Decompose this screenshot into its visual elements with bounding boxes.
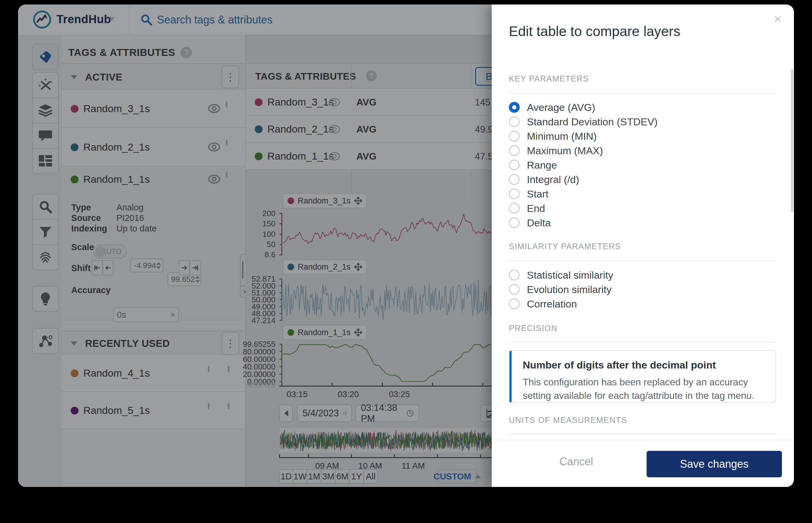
radio-option-delta[interactable]: Delta <box>509 216 551 229</box>
radio-selected <box>509 102 520 113</box>
key-parameters-label: KEY PARAMETERS <box>509 74 589 84</box>
screenshot-frame: TrendHub Search tags & attributes + ÷ * <box>0 0 812 523</box>
modal-scrollbar[interactable] <box>791 69 793 212</box>
edit-table-modal: × Edit table to compare layers KEY PARAM… <box>492 4 794 487</box>
radio-option-min[interactable]: Minimum (MIN) <box>509 129 597 143</box>
radio <box>509 174 520 185</box>
radio <box>509 203 520 214</box>
radio <box>509 160 520 170</box>
radio-option-max[interactable]: Maximum (MAX) <box>509 144 603 157</box>
divider <box>509 434 776 434</box>
radio <box>509 116 520 127</box>
radio <box>509 270 520 281</box>
radio <box>509 217 520 228</box>
radio-option-integral[interactable]: Integral (/d) <box>509 173 579 186</box>
radio-option-average[interactable]: Average (AVG) <box>509 101 595 114</box>
radio <box>509 145 520 156</box>
app-window: TrendHub Search tags & attributes + ÷ * <box>18 4 794 487</box>
radio-option-start[interactable]: Start <box>509 187 549 200</box>
precision-info-card: Number of digits after the decimal point… <box>509 350 776 403</box>
cancel-button[interactable]: Cancel <box>559 455 593 468</box>
similarity-parameters-label: SIMILARITY PARAMETERS <box>509 242 621 251</box>
radio-option-correlation[interactable]: Correlation <box>509 297 577 310</box>
accent-bar <box>510 351 512 402</box>
radio-option-statistical[interactable]: Statistical similarity <box>509 268 613 282</box>
radio-option-range[interactable]: Range <box>509 158 557 172</box>
divider <box>509 342 776 342</box>
card-body: This configuration has been replaced by … <box>523 375 760 403</box>
radio <box>509 188 520 199</box>
save-label: Save changes <box>680 458 748 470</box>
close-button[interactable]: × <box>770 11 785 27</box>
modal-footer: Cancel Save changes <box>492 440 794 487</box>
precision-label: PRECISION <box>509 324 558 333</box>
modal-title: Edit table to compare layers <box>509 23 680 39</box>
card-title: Number of digits after the decimal point <box>523 359 716 371</box>
radio-option-end[interactable]: End <box>509 202 545 215</box>
radio <box>509 284 520 295</box>
radio <box>509 131 520 142</box>
save-changes-button[interactable]: Save changes <box>647 451 782 477</box>
units-label: UNITS OF MEASUREMENTS <box>509 416 627 425</box>
divider <box>509 93 776 94</box>
divider <box>509 260 776 261</box>
radio <box>509 299 520 309</box>
radio-option-evolution[interactable]: Evolution similarity <box>509 283 612 296</box>
radio-option-stdev[interactable]: Standard Deviation (STDEV) <box>509 115 658 128</box>
